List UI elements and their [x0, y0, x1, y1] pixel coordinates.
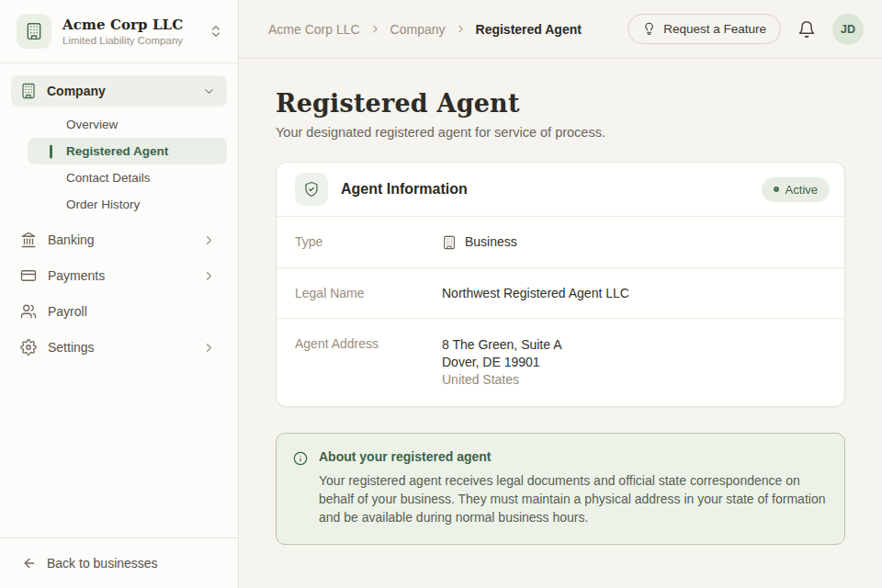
table-row-agent-address: Agent Address 8 The Green, Suite A Dover…	[277, 318, 844, 406]
shield-check-icon	[303, 181, 320, 198]
credit-card-icon	[20, 267, 37, 284]
request-feature-label: Request a Feature	[663, 22, 766, 36]
sidebar-item-label: Company	[47, 84, 192, 98]
chevron-right-icon	[202, 233, 216, 247]
address-line-1: 8 The Green, Suite A	[442, 336, 562, 354]
sidebar-item-order-history[interactable]: Order History	[28, 191, 227, 218]
sidebar-item-payments[interactable]: Payments	[11, 259, 227, 292]
chevron-down-icon	[202, 85, 216, 98]
address-country: United States	[442, 371, 562, 389]
bank-icon	[20, 232, 37, 248]
card-icon-box	[295, 173, 328, 206]
breadcrumb-item-current: Registered Agent	[476, 22, 582, 37]
users-icon	[20, 303, 37, 320]
back-to-businesses-link[interactable]: Back to businesses	[22, 556, 223, 571]
info-box-title: About your registered agent	[319, 449, 826, 464]
card-title: Agent Information	[341, 181, 749, 198]
arrow-left-icon	[22, 556, 37, 571]
sidebar-item-label: Banking	[48, 232, 191, 247]
sidebar-item-banking[interactable]: Banking	[11, 223, 227, 256]
chevrons-up-down-icon[interactable]	[209, 24, 223, 39]
type-value: Business	[465, 234, 517, 249]
sidebar-item-payroll[interactable]: Payroll	[11, 295, 227, 328]
sidebar-item-label: Payments	[48, 268, 191, 283]
building-icon	[442, 235, 457, 250]
page-content: Registered Agent Your designated registe…	[239, 59, 882, 545]
row-label: Agent Address	[295, 336, 442, 389]
lightbulb-icon	[642, 22, 656, 36]
request-feature-button[interactable]: Request a Feature	[628, 14, 781, 44]
main-area: Acme Corp LLC Company Registered Agent R…	[239, 0, 882, 588]
info-box: About your registered agent Your registe…	[276, 433, 845, 545]
avatar-initials: JD	[841, 23, 855, 36]
sidebar-item-company[interactable]: Company	[11, 75, 227, 107]
breadcrumb: Acme Corp LLC Company Registered Agent	[268, 22, 628, 37]
company-building-icon	[20, 83, 37, 99]
address-line-2: Dover, DE 19901	[442, 354, 562, 371]
info-box-body: Your registered agent receives legal doc…	[319, 471, 826, 526]
row-label: Legal Name	[295, 286, 442, 300]
business-switcher[interactable]: Acme Corp LLC Limited Liability Company	[0, 0, 238, 63]
sidebar-item-settings[interactable]: Settings	[11, 331, 227, 364]
business-name: Acme Corp LLC	[62, 17, 198, 33]
back-link-label: Back to businesses	[47, 556, 158, 571]
chevron-right-icon	[202, 341, 216, 355]
card-header: Agent Information Active	[277, 163, 844, 216]
table-row-legal-name: Legal Name Northwest Registered Agent LL…	[277, 267, 844, 318]
sidebar-item-contact-details[interactable]: Contact Details	[28, 164, 227, 191]
topbar-actions: Request a Feature JD	[628, 14, 864, 45]
sidebar-footer: Back to businesses	[0, 537, 238, 588]
info-circle-icon	[293, 451, 308, 466]
gear-icon	[20, 339, 37, 356]
table-row-type: Type Business	[277, 216, 844, 267]
breadcrumb-item-business[interactable]: Acme Corp LLC	[268, 22, 360, 37]
status-label: Active	[786, 183, 818, 197]
sidebar-spacer	[0, 364, 238, 537]
breadcrumb-item-company[interactable]: Company	[390, 22, 446, 37]
chevron-right-icon	[369, 23, 381, 35]
page-title: Registered Agent	[276, 89, 845, 118]
row-value: Business	[442, 234, 517, 250]
bell-icon[interactable]	[797, 20, 816, 39]
building-icon	[25, 22, 43, 40]
status-dot-icon	[774, 187, 779, 192]
chevron-right-icon	[455, 23, 467, 35]
agent-information-card: Agent Information Active Type Business L…	[276, 162, 845, 407]
sidebar-item-overview[interactable]: Overview	[28, 111, 227, 138]
row-label: Type	[295, 234, 442, 250]
row-value: 8 The Green, Suite A Dover, DE 19901 Uni…	[442, 336, 562, 389]
sidebar-item-label: Settings	[48, 340, 191, 355]
sidebar: Acme Corp LLC Limited Liability Company …	[0, 0, 239, 588]
sidebar-item-registered-agent[interactable]: Registered Agent	[28, 138, 227, 164]
sidebar-item-label: Payroll	[48, 304, 216, 319]
chevron-right-icon	[202, 269, 216, 283]
company-subnav: Overview Registered Agent Contact Detail…	[28, 111, 227, 218]
page-subtitle: Your designated registered agent for ser…	[276, 125, 845, 140]
status-badge: Active	[762, 177, 830, 202]
sidebar-nav: Company Overview Registered Agent Contac…	[0, 63, 238, 364]
legal-name-value: Northwest Registered Agent LLC	[442, 286, 629, 300]
business-subtitle: Limited Liability Company	[62, 35, 198, 46]
avatar[interactable]: JD	[832, 14, 864, 45]
topbar: Acme Corp LLC Company Registered Agent R…	[239, 0, 882, 59]
business-logo	[17, 14, 51, 49]
